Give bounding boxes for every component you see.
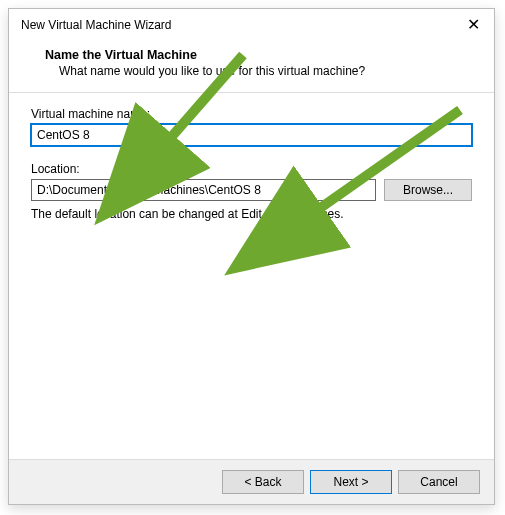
wizard-footer: < Back Next > Cancel [9, 459, 494, 504]
next-button[interactable]: Next > [310, 470, 392, 494]
window-title: New Virtual Machine Wizard [21, 18, 172, 32]
back-button[interactable]: < Back [222, 470, 304, 494]
cancel-button[interactable]: Cancel [398, 470, 480, 494]
location-input[interactable] [31, 179, 376, 201]
header-subtitle: What name would you like to use for this… [45, 64, 474, 78]
vm-name-input[interactable] [31, 124, 472, 146]
content-area: Virtual machine name: Location: Browse..… [9, 93, 494, 459]
header-title: Name the Virtual Machine [45, 48, 474, 62]
wizard-dialog: New Virtual Machine Wizard ✕ Name the Vi… [8, 8, 495, 505]
close-icon[interactable]: ✕ [463, 15, 484, 34]
browse-button[interactable]: Browse... [384, 179, 472, 201]
titlebar: New Virtual Machine Wizard ✕ [9, 9, 494, 38]
location-hint: The default location can be changed at E… [31, 207, 472, 221]
location-label: Location: [31, 162, 472, 176]
vm-name-label: Virtual machine name: [31, 107, 472, 121]
wizard-header: Name the Virtual Machine What name would… [9, 38, 494, 93]
